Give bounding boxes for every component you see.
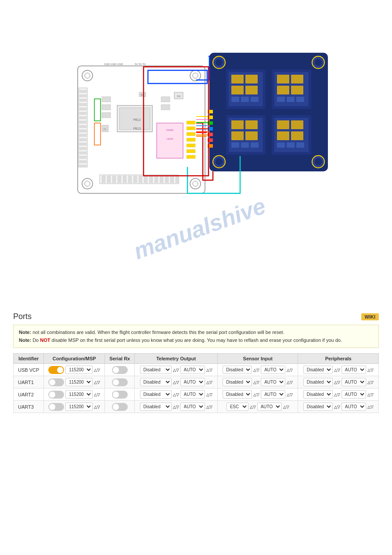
wiki-badge[interactable]: WIKI (361, 313, 379, 320)
telemetry-select-2[interactable]: Disabled MAVLINK (140, 390, 172, 399)
note2-not: NOT (40, 337, 50, 343)
svg-rect-27 (79, 130, 86, 132)
svg-rect-14 (102, 112, 111, 118)
serial-rx-toggle-1[interactable] (112, 378, 128, 386)
sensor-auto-1[interactable]: AUTO (261, 378, 285, 386)
row-3-msp[interactable]: 115200 57600 38400 △▽ (44, 401, 105, 413)
telemetry-auto-3[interactable]: AUTO (180, 403, 205, 411)
sensor-select-2[interactable]: Disabled GPS (223, 390, 252, 399)
row-0-peripherals[interactable]: Disabled OSD △▽ AUTO △▽ (298, 364, 379, 376)
svg-rect-46 (112, 176, 116, 183)
svg-rect-35 (79, 165, 86, 167)
svg-text:PB12: PB12 (133, 118, 140, 121)
telemetry-auto-0[interactable]: AUTO (180, 366, 205, 374)
sensor-select-0[interactable]: Disabled GPS (223, 366, 252, 374)
telemetry-auto-1[interactable]: AUTO (180, 378, 205, 386)
row-3-peripherals[interactable]: Disabled OSD △▽ AUTO △▽ (298, 401, 379, 413)
svg-text:5V 5V 5V: 5V 5V 5V (135, 63, 146, 65)
svg-rect-113 (291, 120, 303, 129)
svg-rect-87 (231, 86, 244, 94)
row-1-sensor[interactable]: Disabled GPS △▽ AUTO △▽ (217, 376, 298, 388)
telemetry-select-1[interactable]: Disabled MAVLINK (140, 378, 172, 386)
ports-table: Identifier Configuration/MSP Serial Rx T… (13, 353, 379, 413)
msp-baud-0[interactable]: 115200 57600 38400 (65, 366, 93, 374)
msp-baud-1[interactable]: 115200 57600 38400 (65, 378, 93, 386)
svg-rect-15 (161, 97, 170, 102)
svg-rect-41 (187, 149, 195, 153)
sensor-auto-0[interactable]: AUTO (261, 366, 285, 374)
svg-text:LED0: LED0 (166, 138, 173, 140)
peripheral-select-1[interactable]: Disabled OSD (303, 378, 333, 386)
row-2-identifier: UART2 (14, 388, 44, 401)
svg-text:C1: C1 (103, 128, 106, 131)
svg-rect-23 (79, 112, 86, 115)
row-0-sensor[interactable]: Disabled GPS △▽ AUTO △▽ (217, 364, 298, 376)
msp-toggle-1[interactable] (48, 378, 64, 386)
svg-rect-107 (231, 142, 239, 148)
svg-rect-63 (157, 123, 183, 158)
row-0-serial-rx[interactable] (105, 364, 135, 376)
svg-rect-105 (231, 131, 244, 140)
svg-text:GND GND GND: GND GND GND (104, 63, 123, 65)
serial-rx-toggle-0[interactable] (112, 366, 128, 374)
row-2-peripherals[interactable]: Disabled OSD △▽ AUTO △▽ (298, 388, 379, 401)
svg-rect-53 (149, 176, 153, 183)
telemetry-select-3[interactable]: Disabled MAVLINK (140, 403, 172, 411)
note-line-2: Note: Do NOT disable MSP on the first se… (19, 337, 373, 345)
peripheral-select-3[interactable]: Disabled OSD (303, 403, 333, 411)
peripheral-select-2[interactable]: Disabled OSD (303, 390, 333, 399)
sensor-auto-3[interactable]: AUTO (257, 403, 282, 411)
svg-rect-48 (123, 176, 126, 183)
svg-rect-50 (133, 176, 137, 183)
svg-rect-20 (79, 99, 86, 102)
row-2-msp[interactable]: 115200 57600 38400 △▽ (44, 388, 105, 401)
svg-rect-49 (128, 176, 132, 183)
sensor-select-1[interactable]: Disabled GPS (223, 378, 252, 386)
peripheral-auto-2[interactable]: AUTO (342, 390, 366, 399)
row-3-telemetry[interactable]: Disabled MAVLINK △▽ AUTO △▽ (135, 401, 218, 413)
peripheral-auto-1[interactable]: AUTO (342, 378, 366, 386)
svg-rect-58 (176, 176, 179, 183)
table-row: USB VCP 115200 57600 38400 △▽ Disabled M… (14, 364, 379, 376)
msp-toggle-3[interactable] (48, 403, 64, 411)
svg-rect-97 (291, 86, 303, 94)
col-header-msp: Configuration/MSP (44, 354, 105, 364)
row-0-msp[interactable]: 115200 57600 38400 △▽ (44, 364, 105, 376)
table-row: UART3 115200 57600 38400 △▽ Disabled MAV… (14, 401, 379, 413)
row-3-sensor[interactable]: ESC GPS △▽ AUTO △▽ (217, 401, 298, 413)
sensor-select-3[interactable]: ESC GPS (227, 403, 248, 411)
telemetry-auto-2[interactable]: AUTO (180, 390, 205, 399)
row-1-serial-rx[interactable] (105, 376, 135, 388)
row-2-serial-rx[interactable] (105, 388, 135, 401)
row-2-sensor[interactable]: Disabled GPS △▽ AUTO △▽ (217, 388, 298, 401)
telemetry-select-0[interactable]: Disabled MAVLINK (140, 366, 172, 374)
msp-toggle-0[interactable] (48, 366, 64, 374)
peripheral-auto-3[interactable]: AUTO (342, 403, 366, 411)
msp-toggle-2[interactable] (48, 391, 64, 399)
svg-rect-47 (118, 176, 121, 183)
sensor-auto-2[interactable]: AUTO (261, 390, 285, 399)
row-2-telemetry[interactable]: Disabled MAVLINK △▽ AUTO △▽ (135, 388, 218, 401)
svg-rect-22 (79, 108, 86, 110)
svg-rect-115 (291, 131, 303, 140)
row-1-msp[interactable]: 115200 57600 38400 △▽ (44, 376, 105, 388)
svg-rect-112 (277, 120, 289, 129)
svg-rect-30 (79, 143, 86, 145)
serial-rx-toggle-3[interactable] (112, 403, 128, 411)
msp-baud-3[interactable]: 115200 57600 38400 (65, 403, 93, 411)
row-1-peripherals[interactable]: Disabled OSD △▽ AUTO △▽ (298, 376, 379, 388)
peripheral-select-0[interactable]: Disabled OSD (303, 366, 333, 374)
svg-rect-21 (79, 103, 86, 106)
svg-rect-39 (187, 138, 195, 141)
svg-rect-86 (245, 75, 258, 83)
svg-rect-44 (102, 176, 105, 183)
peripheral-auto-0[interactable]: AUTO (342, 366, 366, 374)
table-header-row: Identifier Configuration/MSP Serial Rx T… (14, 354, 379, 364)
msp-baud-2[interactable]: 115200 57600 38400 (65, 390, 93, 399)
svg-rect-106 (245, 131, 258, 140)
row-1-telemetry[interactable]: Disabled MAVLINK △▽ AUTO △▽ (135, 376, 218, 388)
row-0-telemetry[interactable]: Disabled MAVLINK △▽ AUTO △▽ (135, 364, 218, 376)
row-3-serial-rx[interactable] (105, 401, 135, 413)
serial-rx-toggle-2[interactable] (112, 391, 128, 399)
svg-rect-26 (79, 125, 86, 128)
